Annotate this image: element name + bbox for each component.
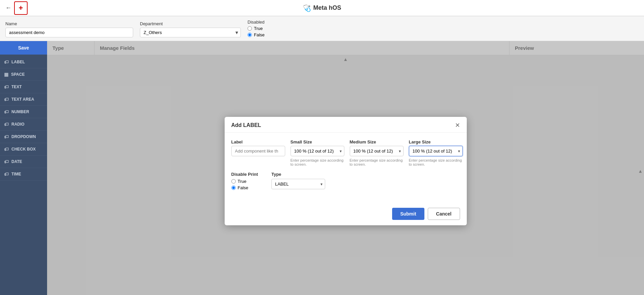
disabled-false-option[interactable]: False	[248, 32, 265, 37]
medium-size-select-wrapper: 100 % (12 out of 12) 50 % (6 out of 12) …	[350, 146, 404, 156]
modal-body: Label Small Size 100 % (12 out of 12) 50…	[225, 133, 467, 204]
disabled-field: Disabled True False	[248, 20, 265, 37]
logo-cross-icon: +	[19, 4, 23, 12]
time-icon: 🏷	[4, 171, 9, 177]
disable-print-label: Disable Print	[231, 172, 258, 177]
type-select-wrapper: LABEL TEXT NUMBER DATE ▾	[271, 179, 325, 189]
header-back: ← +	[5, 1, 28, 15]
disabled-true-option[interactable]: True	[248, 26, 265, 31]
dropdown-icon: 🏷	[4, 134, 9, 139]
label-icon: 🏷	[4, 59, 9, 65]
main-layout: Save 🏷 LABEL ▦ SPACE 🏷 TEXT 🏷 TEXT AREA …	[0, 41, 644, 295]
sidebar-item-space[interactable]: ▦ SPACE	[0, 68, 47, 81]
sidebar-item-text[interactable]: 🏷 TEXT	[0, 81, 47, 93]
disable-print-radio-group: True False	[231, 179, 258, 190]
sidebar-item-radio[interactable]: 🏷 RADIO	[0, 118, 47, 131]
number-icon: 🏷	[4, 109, 9, 114]
disabled-true-radio[interactable]	[248, 26, 252, 31]
medium-size-select[interactable]: 100 % (12 out of 12) 50 % (6 out of 12)	[350, 146, 404, 156]
department-field: Department Z_Others Cardiology Neurology…	[140, 21, 241, 37]
sidebar-radio-text: RADIO	[11, 122, 25, 127]
name-input[interactable]	[5, 28, 133, 37]
disable-print-false-radio[interactable]	[231, 186, 236, 190]
medium-size-field: Medium Size 100 % (12 out of 12) 50 % (6…	[350, 139, 404, 166]
sidebar-item-label[interactable]: 🏷 LABEL	[0, 56, 47, 68]
form-row: Name Department Z_Others Cardiology Neur…	[0, 16, 644, 41]
sidebar-item-number[interactable]: 🏷 NUMBER	[0, 106, 47, 118]
text-icon: 🏷	[4, 84, 9, 90]
medium-size-hint: Enter percentage size according to scree…	[350, 158, 404, 166]
label-field: Label	[231, 139, 285, 166]
large-size-field: Large Size 100 % (12 out of 12) 50 % (6 …	[409, 139, 463, 166]
large-size-hint: Enter percentage size according to scree…	[409, 158, 463, 166]
app-title-text: Meta hOS	[313, 4, 341, 11]
sidebar-item-dropdown[interactable]: 🏷 DROPDOWN	[0, 131, 47, 143]
type-field-label: Type	[271, 172, 325, 177]
disabled-false-radio[interactable]	[248, 33, 252, 37]
sidebar-date-text: DATE	[11, 159, 22, 164]
sidebar-dropdown-text: DROPDOWN	[11, 134, 36, 139]
modal-footer: Submit Cancel	[225, 204, 467, 225]
sidebar-checkbox-text: CHECK BOX	[11, 147, 36, 152]
department-select[interactable]: Z_Others Cardiology Neurology	[140, 28, 241, 37]
content-area: Type Manage Fields Preview ▲ Add LABEL ✕…	[47, 41, 644, 295]
disable-print-section: Disable Print True False	[231, 172, 258, 190]
department-select-wrapper: Z_Others Cardiology Neurology ▾	[140, 28, 241, 37]
cancel-button[interactable]: Cancel	[428, 208, 460, 220]
large-size-select-wrapper: 100 % (12 out of 12) 50 % (6 out of 12) …	[409, 146, 463, 156]
disabled-true-label: True	[254, 26, 263, 31]
disable-print-true-radio[interactable]	[231, 179, 236, 184]
disabled-label: Disabled	[248, 20, 265, 25]
date-icon: 🏷	[4, 159, 9, 164]
disable-print-false-option[interactable]: False	[231, 185, 258, 190]
app-title: 🩺 Meta hOS	[303, 4, 341, 12]
sidebar-textarea-text: TEXT AREA	[11, 97, 34, 102]
modal-close-button[interactable]: ✕	[455, 122, 460, 128]
name-field: Name	[5, 21, 133, 37]
small-size-label: Small Size	[291, 139, 344, 144]
modal-row-bottom: Disable Print True False	[231, 172, 460, 190]
small-size-select[interactable]: 100 % (12 out of 12) 50 % (6 out of 12)	[291, 146, 344, 156]
logo-box: +	[14, 1, 28, 15]
disabled-radio-group: True False	[248, 26, 265, 37]
medium-size-label: Medium Size	[350, 139, 404, 144]
checkbox-icon: 🏷	[4, 146, 9, 152]
department-label: Department	[140, 21, 241, 26]
modal-row-sizes: Label Small Size 100 % (12 out of 12) 50…	[231, 139, 460, 166]
sidebar-item-checkbox[interactable]: 🏷 CHECK BOX	[0, 143, 47, 156]
header: ← + 🩺 Meta hOS	[0, 0, 644, 16]
small-size-hint: Enter percentage size according to scree…	[291, 158, 344, 166]
type-select[interactable]: LABEL TEXT NUMBER DATE	[271, 179, 325, 189]
textarea-icon: 🏷	[4, 97, 9, 102]
type-section: Type LABEL TEXT NUMBER DATE ▾	[271, 172, 325, 190]
large-size-select[interactable]: 100 % (12 out of 12) 50 % (6 out of 12)	[409, 146, 463, 156]
sidebar-item-time[interactable]: 🏷 TIME	[0, 168, 47, 181]
modal-title: Add LABEL	[231, 122, 261, 128]
sidebar-text-text: TEXT	[11, 85, 22, 89]
radio-icon: 🏷	[4, 122, 9, 127]
sidebar-label-text: LABEL	[11, 60, 25, 64]
disable-print-true-option[interactable]: True	[231, 179, 258, 184]
disable-print-true-text: True	[238, 179, 247, 184]
sidebar-number-text: NUMBER	[11, 109, 29, 114]
sidebar-time-text: TIME	[11, 172, 21, 176]
sidebar: Save 🏷 LABEL ▦ SPACE 🏷 TEXT 🏷 TEXT AREA …	[0, 41, 47, 295]
stethoscope-icon: 🩺	[303, 4, 311, 12]
sidebar-item-date[interactable]: 🏷 DATE	[0, 156, 47, 168]
name-label: Name	[5, 21, 133, 26]
small-size-field: Small Size 100 % (12 out of 12) 50 % (6 …	[291, 139, 344, 166]
large-size-label: Large Size	[409, 139, 463, 144]
label-input[interactable]	[231, 146, 285, 156]
save-button[interactable]: Save	[0, 41, 47, 55]
sidebar-space-text: SPACE	[11, 72, 25, 77]
label-field-label: Label	[231, 139, 285, 144]
modal-dialog: Add LABEL ✕ Label Small Size	[225, 117, 467, 225]
disable-print-false-text: False	[238, 185, 249, 190]
back-button[interactable]: ←	[5, 4, 11, 11]
disabled-false-label: False	[254, 32, 265, 37]
small-size-select-wrapper: 100 % (12 out of 12) 50 % (6 out of 12) …	[291, 146, 344, 156]
space-icon: ▦	[4, 72, 8, 77]
sidebar-item-textarea[interactable]: 🏷 TEXT AREA	[0, 93, 47, 106]
submit-button[interactable]: Submit	[392, 208, 424, 220]
modal-header: Add LABEL ✕	[225, 117, 467, 133]
